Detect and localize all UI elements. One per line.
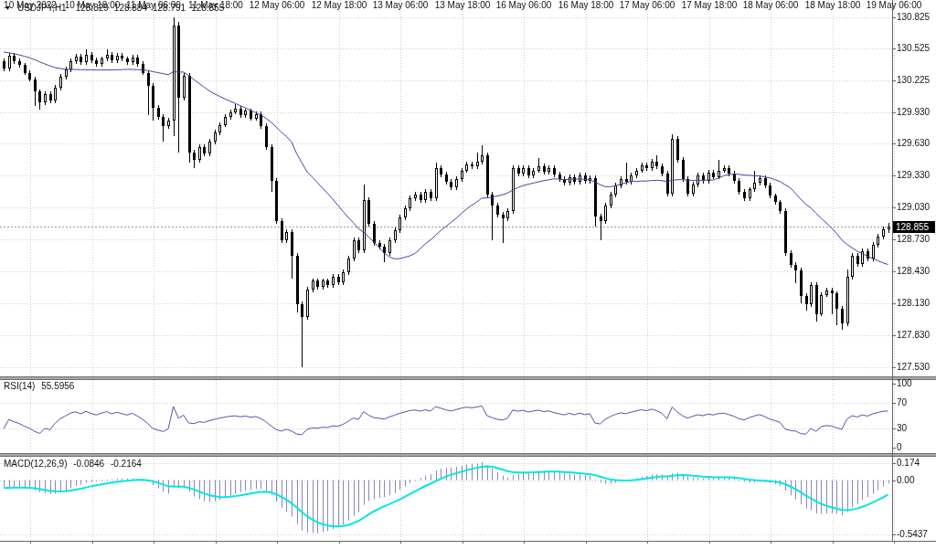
rsi-axis-label: 30 xyxy=(897,423,907,433)
time-axis-label: 17 May 18:00 xyxy=(682,0,738,10)
time-axis-label: 16 May 18:00 xyxy=(558,0,614,10)
macd-signal-value: -0.2164 xyxy=(111,459,142,469)
time-axis-label: 10 May 18:00 xyxy=(65,0,121,10)
time-axis-label: 11 May 06:00 xyxy=(126,0,181,10)
price-axis-label: 127.530 xyxy=(897,362,930,372)
macd-axis-label: -0.5437 xyxy=(897,529,928,539)
rsi-value: 55.5956 xyxy=(41,381,74,391)
rsi-axis-label: 70 xyxy=(897,397,907,407)
trading-chart-window: { "header": { "collapse_icon": "▼", "sym… xyxy=(0,0,936,560)
time-axis-label: 12 May 06:00 xyxy=(250,0,305,10)
time-axis-label: 16 May 06:00 xyxy=(496,0,552,10)
time-axis-label: 18 May 18:00 xyxy=(805,0,861,10)
macd-main-value: -0.0846 xyxy=(73,459,104,469)
macd-axis-label: 0.00 xyxy=(897,475,914,485)
macd-axis-label: 0.174 xyxy=(897,458,920,468)
price-axis-label: 129.930 xyxy=(897,107,930,117)
time-axis-label: 13 May 06:00 xyxy=(373,0,429,10)
price-axis-label: 129.030 xyxy=(897,202,930,212)
rsi-axis-label: 100 xyxy=(897,378,912,388)
time-axis-label: 10 May 2022 xyxy=(4,0,57,10)
price-axis-label: 128.130 xyxy=(897,298,930,308)
time-axis-label: 13 May 18:00 xyxy=(435,0,491,10)
time-axis-label: 19 May 06:00 xyxy=(867,0,922,10)
time-axis-label: 18 May 06:00 xyxy=(743,0,799,10)
price-axis-label: 128.730 xyxy=(897,234,930,244)
macd-indicator-label: MACD(12,26,9) -0.0846 -0.2164 xyxy=(4,459,145,469)
price-axis-label: 130.225 xyxy=(897,75,930,85)
time-axis-label: 12 May 18:00 xyxy=(312,0,367,10)
price-axis-label: 129.630 xyxy=(897,138,930,148)
chart-canvas[interactable] xyxy=(0,0,936,560)
price-axis-label: 130.525 xyxy=(897,43,930,53)
rsi-indicator-label: RSI(14) 55.5956 xyxy=(4,381,78,391)
rsi-name: RSI(14) xyxy=(4,381,35,391)
price-axis-label: 130.825 xyxy=(897,12,930,22)
macd-name: MACD(12,26,9) xyxy=(4,459,67,469)
time-axis-label: 11 May 18:00 xyxy=(188,0,243,10)
rsi-axis-label: 0 xyxy=(897,442,902,452)
time-axis-label: 17 May 06:00 xyxy=(620,0,675,10)
current-price-tag: 128.855 xyxy=(893,221,935,233)
price-axis-label: 129.330 xyxy=(897,170,930,180)
price-axis-label: 128.430 xyxy=(897,266,930,276)
price-axis-label: 127.830 xyxy=(897,330,930,340)
